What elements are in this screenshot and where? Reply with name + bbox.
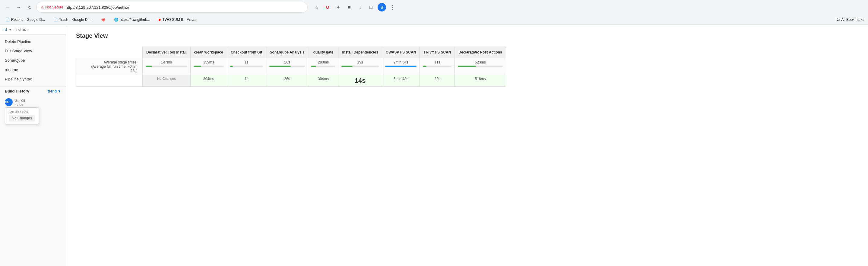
delete-pipeline-label: Delete Pipeline bbox=[5, 39, 31, 44]
avg-progress-bar-3 bbox=[230, 65, 233, 67]
toolbar-icons: ☆ O ● ■ ↓ □ S ⋮ bbox=[312, 3, 397, 11]
split-view-icon[interactable]: □ bbox=[367, 3, 375, 11]
build-date-time: Jan 09 17:24 bbox=[15, 98, 25, 107]
stage-header-row: Declarative: Tool Install clean workspac… bbox=[76, 47, 506, 58]
rename-label: rename bbox=[5, 68, 18, 72]
sidebar-item-pipeline-syntax[interactable]: Pipeline Syntax bbox=[0, 74, 66, 84]
avg-label-avg: (Average bbox=[91, 64, 107, 69]
avg-label-seconds: 55s) bbox=[79, 69, 137, 73]
breadcrumb-current: netflix bbox=[16, 27, 26, 32]
build-date: Jan 09 bbox=[15, 99, 25, 103]
avg-time-install-deps: 19s bbox=[338, 58, 382, 75]
build-history-section: Build History trend ▼ bbox=[0, 86, 66, 96]
build-4-sonarqube[interactable]: 26s bbox=[266, 75, 308, 86]
avg-label-full: full bbox=[107, 64, 111, 69]
bookmark-star-icon[interactable]: ☆ bbox=[312, 3, 321, 11]
bookmark-icon-2: 📄 bbox=[53, 18, 58, 22]
avg-progress-bar-1 bbox=[146, 65, 152, 67]
bookmark-raw-github[interactable]: 🌐 https://raw.github... bbox=[112, 17, 152, 22]
bookmarks-bar: 📄 Recent – Google D... 📄 Trash – Google … bbox=[0, 15, 868, 25]
avg-label-run-time: run time: ~6min bbox=[112, 64, 137, 69]
download-icon[interactable]: ↓ bbox=[356, 3, 364, 11]
sidebar: rd ▼ › netflix › Delete Pipeline Full St… bbox=[0, 25, 66, 266]
all-bookmarks[interactable]: 🗂 All Bookmarks bbox=[836, 18, 864, 22]
stage-header-clean-workspace: clean workspace bbox=[190, 47, 227, 58]
build-number-badge[interactable]: #4 bbox=[5, 98, 13, 106]
stage-header-tool-install: Declarative: Tool Install bbox=[143, 47, 191, 58]
back-button[interactable]: ← bbox=[4, 3, 12, 11]
menu-icon[interactable]: ⋮ bbox=[389, 3, 397, 11]
build-4-checkout[interactable]: 1s bbox=[227, 75, 266, 86]
avg-progress-4 bbox=[269, 65, 305, 67]
breadcrumb-separator: › bbox=[13, 28, 15, 31]
avg-progress-5 bbox=[311, 65, 335, 67]
build-4-trivy[interactable]: 22s bbox=[420, 75, 455, 86]
avg-progress-1 bbox=[146, 65, 187, 67]
avg-progress-bar-9 bbox=[458, 65, 476, 67]
avg-time-post-actions: 523ms bbox=[455, 58, 506, 75]
avg-progress-9 bbox=[458, 65, 502, 67]
build-tooltip-popup: Jan 09 17:24 No Changes bbox=[5, 107, 39, 124]
bookmark-icon-1: 📄 bbox=[5, 18, 10, 22]
avg-progress-8 bbox=[423, 65, 452, 67]
address-bar[interactable]: ⚠ Not Secure http://3.129.207.121:8080/j… bbox=[36, 2, 308, 13]
trend-label: trend bbox=[48, 89, 57, 94]
build-4-install-deps[interactable]: 14s bbox=[338, 75, 382, 86]
avg-times-row: Average stage times: (Average full run t… bbox=[76, 58, 506, 75]
sidebar-item-rename[interactable]: rename bbox=[0, 65, 66, 74]
avg-time-clean-workspace: 359ms bbox=[190, 58, 227, 75]
build-4-owasp[interactable]: 5min 48s bbox=[382, 75, 420, 86]
bookmark-icon-4: 🌐 bbox=[114, 18, 119, 22]
bookmark-icon-5: ▶ bbox=[159, 18, 161, 22]
browser-chrome: ← → ↻ ⚠ Not Secure http://3.129.207.121:… bbox=[0, 0, 868, 25]
avg-progress-bar-6 bbox=[341, 65, 352, 67]
stage-header-checkout-git: Checkout from Git bbox=[227, 47, 266, 58]
bookmark-github[interactable]: 🐙 bbox=[99, 17, 107, 22]
build-4-clean-workspace[interactable]: 394ms bbox=[190, 75, 227, 86]
extensions-icon[interactable]: ■ bbox=[345, 3, 353, 11]
forward-button[interactable]: → bbox=[14, 3, 23, 11]
avg-progress-2 bbox=[194, 65, 224, 67]
full-stage-view-label: Full Stage View bbox=[5, 49, 32, 53]
avg-progress-bar-4 bbox=[269, 65, 291, 67]
avg-label-cell: Average stage times: (Average full run t… bbox=[76, 58, 143, 75]
build-4-row: No Changes 394ms 1s 26s 304ms bbox=[76, 75, 506, 86]
stage-table: Declarative: Tool Install clean workspac… bbox=[76, 47, 506, 87]
breadcrumb-dropdown-icon[interactable]: ▼ bbox=[9, 28, 12, 31]
bookmark-recent-google[interactable]: 📄 Recent – Google D... bbox=[4, 17, 47, 22]
bookmark-trash-google[interactable]: 📄 Trash – Google Dri... bbox=[52, 17, 94, 22]
build-4-post-actions[interactable]: 518ms bbox=[455, 75, 506, 86]
trend-button[interactable]: trend ▼ bbox=[48, 89, 61, 94]
avg-time-tool-install: 147ms bbox=[143, 58, 191, 75]
breadcrumb: rd ▼ › netflix › bbox=[0, 25, 66, 34]
avg-time-owasp: 2min 54s bbox=[382, 58, 420, 75]
sidebar-item-full-stage-view[interactable]: Full Stage View bbox=[0, 46, 66, 56]
avg-progress-bar-5 bbox=[311, 65, 316, 67]
pipeline-syntax-label: Pipeline Syntax bbox=[5, 77, 32, 81]
breadcrumb-parent[interactable]: rd bbox=[4, 27, 7, 32]
sidebar-item-sonarqube[interactable]: SonarQube bbox=[0, 56, 66, 65]
breadcrumb-end-arrow: › bbox=[28, 28, 29, 31]
sonarqube-label: SonarQube bbox=[5, 58, 25, 62]
not-secure-label: Not Secure bbox=[45, 5, 63, 9]
avg-progress-7 bbox=[385, 65, 416, 67]
opera-icon[interactable]: O bbox=[323, 3, 332, 11]
bookmark-twosum[interactable]: ▶ TWO SUM II – Ama... bbox=[157, 17, 199, 22]
avg-progress-bar-2 bbox=[194, 65, 201, 67]
profile-avatar[interactable]: S bbox=[378, 3, 386, 11]
stage-header-install-deps: Install Dependencies bbox=[338, 47, 382, 58]
sidebar-nav: Delete Pipeline Full Stage View SonarQub… bbox=[0, 34, 66, 109]
avg-time-trivy: 11s bbox=[420, 58, 455, 75]
build-tooltip-date: Jan 09 17:24 bbox=[9, 110, 35, 114]
sidebar-item-delete-pipeline[interactable]: Delete Pipeline bbox=[0, 37, 66, 46]
avg-progress-bar-7 bbox=[385, 65, 416, 67]
build-time: 17:24 bbox=[15, 103, 25, 107]
extension-icon[interactable]: ● bbox=[334, 3, 343, 11]
reload-button[interactable]: ↻ bbox=[25, 3, 34, 11]
avg-time-quality-gate: 290ms bbox=[308, 58, 338, 75]
stage-view-container: Declarative: Tool Install clean workspac… bbox=[76, 47, 858, 87]
page-layout: rd ▼ › netflix › Delete Pipeline Full St… bbox=[0, 25, 868, 266]
avg-label-line1: Average stage times: bbox=[79, 60, 137, 64]
avg-progress-3 bbox=[230, 65, 263, 67]
build-4-quality-gate[interactable]: 304ms bbox=[308, 75, 338, 86]
